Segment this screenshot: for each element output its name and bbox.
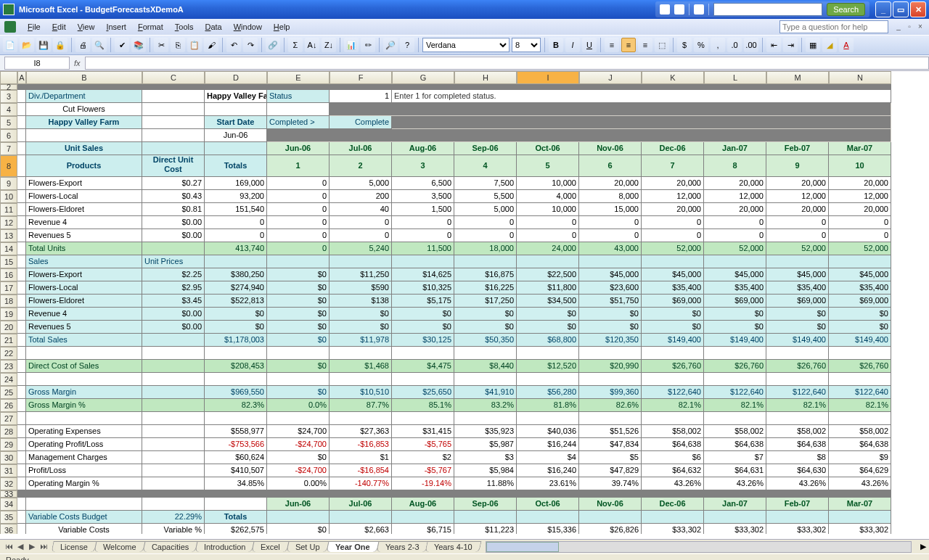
- cell[interactable]: [829, 347, 891, 360]
- row-header[interactable]: 31: [0, 464, 17, 477]
- cell[interactable]: Cut Flowers: [26, 103, 142, 116]
- row-header[interactable]: 21: [0, 334, 17, 347]
- permission-icon[interactable]: 🔒: [53, 38, 67, 52]
- cell[interactable]: Oct-06: [517, 498, 579, 511]
- cell[interactable]: $11,800: [517, 281, 579, 295]
- cell[interactable]: Complete: [330, 116, 392, 129]
- cell[interactable]: $58,002: [829, 425, 891, 438]
- cell[interactable]: $58,002: [704, 425, 766, 438]
- cell[interactable]: $58,002: [766, 425, 829, 438]
- row-header[interactable]: 34: [0, 498, 17, 511]
- cell[interactable]: [17, 334, 26, 347]
- cell[interactable]: Nov-06: [579, 142, 642, 155]
- cell[interactable]: Feb-07: [766, 142, 829, 155]
- cell[interactable]: 15,000: [579, 203, 642, 216]
- cell[interactable]: 12,000: [642, 190, 704, 203]
- cell[interactable]: 0.00%: [267, 477, 330, 490]
- row-header[interactable]: 33: [0, 490, 17, 498]
- cell[interactable]: $0.27: [142, 177, 205, 190]
- cell[interactable]: $1,178,003: [205, 334, 267, 347]
- cell[interactable]: 43.26%: [642, 477, 704, 490]
- cell[interactable]: [766, 347, 829, 360]
- cell[interactable]: $64,630: [766, 464, 829, 477]
- cell[interactable]: -$16,853: [330, 438, 392, 451]
- cell[interactable]: 5: [517, 155, 579, 177]
- horizontal-scrollbar[interactable]: [486, 541, 912, 553]
- cell[interactable]: [142, 412, 205, 425]
- cell[interactable]: [205, 412, 267, 425]
- cell[interactable]: $69,000: [766, 295, 829, 308]
- cell[interactable]: $0: [454, 308, 517, 321]
- cell[interactable]: 12,000: [829, 190, 891, 203]
- comma-icon[interactable]: ,: [711, 38, 725, 52]
- cell[interactable]: [142, 373, 205, 386]
- cell[interactable]: 24,000: [517, 242, 579, 255]
- cell[interactable]: [142, 90, 205, 103]
- cell[interactable]: Gross Margin: [26, 386, 142, 399]
- row-header[interactable]: 14: [0, 242, 17, 255]
- cell[interactable]: Jun-06: [205, 129, 267, 142]
- cell[interactable]: $149,400: [642, 334, 704, 347]
- cell[interactable]: 0: [454, 216, 517, 229]
- row-header[interactable]: 17: [0, 281, 17, 295]
- row-header[interactable]: 13: [0, 229, 17, 242]
- cell[interactable]: [642, 347, 704, 360]
- cell[interactable]: $8: [766, 451, 829, 464]
- scroll-thumb[interactable]: [486, 542, 559, 552]
- cell[interactable]: [704, 347, 766, 360]
- cell[interactable]: Revenues 5: [26, 229, 142, 242]
- sort-asc-icon[interactable]: A↓: [305, 38, 319, 52]
- cell[interactable]: 5,000: [454, 203, 517, 216]
- row-header[interactable]: 9: [0, 177, 17, 190]
- cell[interactable]: 0: [766, 229, 829, 242]
- tab-first-icon[interactable]: ⏮: [3, 542, 15, 551]
- cell[interactable]: Jun-06: [267, 498, 330, 511]
- cell[interactable]: [766, 511, 829, 524]
- cell[interactable]: Oct-06: [517, 142, 579, 155]
- person-icon[interactable]: [694, 4, 704, 15]
- cell[interactable]: Flowers-Eldoret: [26, 203, 142, 216]
- cell[interactable]: [579, 255, 642, 268]
- cell[interactable]: $5,175: [392, 295, 454, 308]
- cell[interactable]: $410,507: [205, 464, 267, 477]
- cell[interactable]: $0: [267, 451, 330, 464]
- cell[interactable]: -$24,700: [267, 438, 330, 451]
- cell[interactable]: [829, 373, 891, 386]
- cell[interactable]: $0: [642, 308, 704, 321]
- col-header-N[interactable]: N: [829, 71, 891, 84]
- cell[interactable]: 5,500: [454, 190, 517, 203]
- name-box[interactable]: I8: [4, 57, 70, 70]
- cell[interactable]: $35,400: [704, 281, 766, 295]
- cell[interactable]: Sep-06: [454, 498, 517, 511]
- cell[interactable]: 43.26%: [766, 477, 829, 490]
- font-name-select[interactable]: Verdana: [422, 38, 509, 52]
- cell[interactable]: $64,629: [829, 464, 891, 477]
- cell[interactable]: $522,813: [205, 295, 267, 308]
- cell[interactable]: 6,500: [392, 177, 454, 190]
- cell[interactable]: $27,363: [330, 425, 392, 438]
- cell[interactable]: [829, 255, 891, 268]
- cell[interactable]: [17, 386, 26, 399]
- cell[interactable]: $1: [330, 451, 392, 464]
- cell[interactable]: 0: [205, 216, 267, 229]
- cell[interactable]: -19.14%: [392, 477, 454, 490]
- cell[interactable]: [392, 116, 891, 129]
- cell[interactable]: $51,526: [579, 425, 642, 438]
- cell[interactable]: -$24,700: [267, 464, 330, 477]
- menu-data[interactable]: Data: [199, 21, 227, 33]
- menu-view[interactable]: View: [72, 21, 101, 33]
- cell[interactable]: $0: [205, 321, 267, 334]
- cell[interactable]: $0: [267, 360, 330, 373]
- borders-icon[interactable]: ▦: [806, 38, 820, 52]
- cell[interactable]: [142, 425, 205, 438]
- cell[interactable]: [142, 242, 205, 255]
- cell[interactable]: $149,400: [704, 334, 766, 347]
- search-input[interactable]: [713, 3, 822, 16]
- cell[interactable]: $64,638: [829, 438, 891, 451]
- cell[interactable]: [267, 511, 330, 524]
- cell[interactable]: Happy Valley Farm: [205, 90, 267, 103]
- cell[interactable]: [517, 255, 579, 268]
- cell[interactable]: 18,000: [454, 242, 517, 255]
- cell[interactable]: [26, 412, 142, 425]
- cell[interactable]: [392, 347, 454, 360]
